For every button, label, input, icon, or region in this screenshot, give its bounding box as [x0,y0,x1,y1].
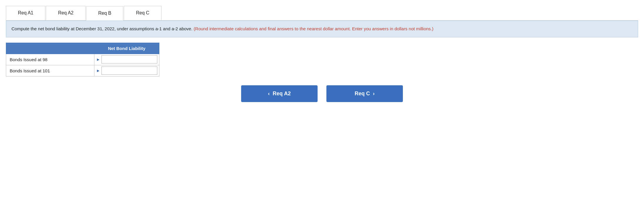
bonds-issued-98-input[interactable] [101,55,157,64]
bonds-issued-98-input-cell: ► [94,54,159,65]
input-wrapper-98: ► [96,55,157,64]
tabs-row: Req A1 Req A2 Req B Req C [6,6,638,21]
instructions-red-text: (Round intermediate calculations and fin… [194,26,433,31]
table-row: Bonds Issued at 101 ► [6,65,159,76]
table-header-net-bond-liability: Net Bond Liability [94,43,159,54]
arrow-icon-101: ► [96,68,100,73]
input-wrapper-101: ► [96,66,157,75]
prev-button-label: Req A2 [273,91,291,97]
next-arrow-icon: › [373,91,375,97]
prev-button[interactable]: ‹ Req A2 [241,85,318,102]
arrow-icon-98: ► [96,57,100,62]
next-button[interactable]: Req C › [326,85,403,102]
table-header-empty [6,43,94,54]
data-table: Net Bond Liability Bonds Issued at 98 ► … [6,43,159,76]
instructions-box: Compute the net bond liability at Decemb… [6,21,638,37]
prev-arrow-icon: ‹ [268,91,270,97]
tab-req-b[interactable]: Req B [86,6,123,21]
tab-req-a2[interactable]: Req A2 [46,6,85,20]
bonds-issued-101-label: Bonds Issued at 101 [6,65,94,76]
nav-buttons: ‹ Req A2 Req C › [6,85,638,111]
bonds-issued-101-input-cell: ► [94,65,159,76]
instructions-normal-text: Compute the net bond liability at Decemb… [11,26,194,31]
bonds-issued-98-label: Bonds Issued at 98 [6,54,94,65]
bonds-issued-101-input[interactable] [101,66,157,75]
table-row: Bonds Issued at 98 ► [6,54,159,65]
next-button-label: Req C [355,91,370,97]
page-container: Req A1 Req A2 Req B Req C Compute the ne… [0,0,644,111]
tab-req-a1[interactable]: Req A1 [6,6,45,20]
tab-req-c[interactable]: Req C [124,6,161,20]
